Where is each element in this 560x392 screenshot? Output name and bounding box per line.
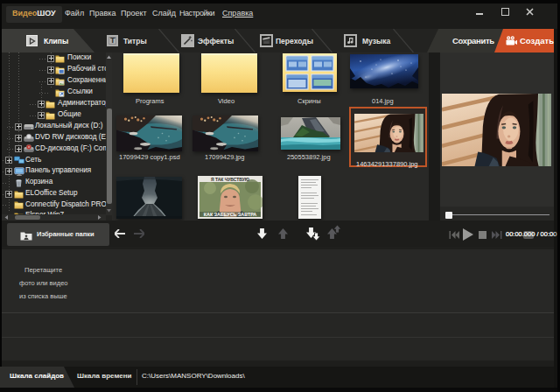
- svg-text:КАК ЗАЕБУСЬ ЗАВТРА: КАК ЗАЕБУСЬ ЗАВТРА: [204, 212, 257, 217]
- svg-text:Я ТАК ЧУВСТВУЮ: Я ТАК ЧУВСТВУЮ: [211, 177, 249, 182]
